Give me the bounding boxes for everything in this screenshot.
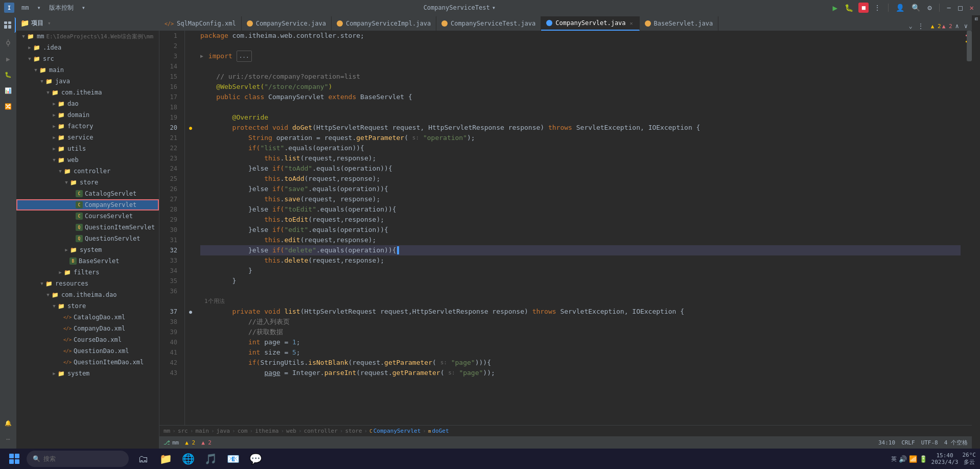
tree-item-question-servlet[interactable]: Q QuestionServlet xyxy=(16,233,159,244)
tree-arrow-filters[interactable] xyxy=(57,269,63,275)
tree-item-idea[interactable]: 📁 .idea xyxy=(16,42,159,53)
taskbar-weather[interactable]: 26°C 多云 xyxy=(963,452,976,466)
menu-mm[interactable]: mm xyxy=(18,3,32,12)
warnings-expand-btn[interactable]: ∧ xyxy=(953,21,961,31)
tree-arrow-domain[interactable] xyxy=(51,112,57,118)
tray-network[interactable]: 📶 xyxy=(909,455,917,463)
tree-item-filters[interactable]: 📁 filters xyxy=(16,267,159,278)
debug-button[interactable]: 🐛 xyxy=(843,3,855,13)
folded-import[interactable]: ... xyxy=(237,51,252,62)
tree-content[interactable]: 📁 mm E:\IdeaProjects\14.Web综合案例\mm 📁 .id… xyxy=(16,31,159,449)
tree-arrow-factory[interactable] xyxy=(51,123,57,129)
tree-item-system[interactable]: 📁 system xyxy=(16,244,159,255)
tree-item-mm[interactable]: 📁 mm E:\IdeaProjects\14.Web综合案例\mm xyxy=(16,31,159,42)
taskbar-app-chat[interactable]: 💬 xyxy=(245,449,266,469)
breadcrumb-mm[interactable]: mm xyxy=(164,428,170,434)
tree-item-factory[interactable]: 📁 factory xyxy=(16,121,159,132)
breadcrumb-doget[interactable]: mdoGet xyxy=(428,428,449,434)
sidebar-git-icon[interactable]: 🔀 xyxy=(1,99,16,114)
taskbar-app-files[interactable]: 🗂 xyxy=(133,449,153,469)
tab-company-servlet[interactable]: CompanyServlet.java ✕ xyxy=(541,16,639,31)
tree-arrow-system-resources[interactable] xyxy=(51,370,57,377)
tab-company-service-impl[interactable]: CompanyServiceImpl.java xyxy=(332,16,436,31)
tab-overflow-btn[interactable]: ⌄ xyxy=(907,21,915,31)
search-icon[interactable]: 🔍 xyxy=(909,3,922,13)
tree-arrow-dao[interactable] xyxy=(51,101,57,107)
sidebar-commit-icon[interactable] xyxy=(1,35,16,51)
tree-arrow-main[interactable] xyxy=(33,67,39,73)
taskbar-datetime[interactable]: 15:40 2023/4/3 xyxy=(931,452,959,465)
tree-arrow-java[interactable] xyxy=(39,78,45,84)
error-indicator[interactable]: ▲ 2 xyxy=(942,23,952,30)
tree-item-catalog-servlet[interactable]: C CatalogServlet xyxy=(16,188,159,199)
tab-base-servlet[interactable]: BaseServlet.java xyxy=(640,16,719,31)
breadcrumb-controller[interactable]: controller xyxy=(304,428,338,434)
sidebar-run-icon[interactable]: ▶ xyxy=(1,51,16,66)
tree-arrow-store[interactable] xyxy=(63,179,69,185)
tree-item-question-item-dao-xml[interactable]: </> QuestionItemDao.xml xyxy=(16,357,159,368)
tree-arrow-com-itheima[interactable] xyxy=(45,89,51,96)
tree-arrow-mm[interactable] xyxy=(20,33,27,39)
menu-version-control[interactable]: 版本控制 xyxy=(46,3,77,13)
taskbar-app-mail[interactable]: 📧 xyxy=(223,449,243,469)
sidebar-notifications-icon[interactable]: 🔔 xyxy=(1,415,16,431)
panel-dropdown[interactable]: ▾ xyxy=(48,20,51,27)
maximize-button[interactable]: □ xyxy=(956,3,964,13)
status-warnings[interactable]: ▲ 2 xyxy=(185,439,195,446)
tree-item-service[interactable]: 📁 service xyxy=(16,132,159,143)
breadcrumb-itheima[interactable]: itheima xyxy=(255,428,278,434)
tree-arrow-web[interactable] xyxy=(51,157,57,163)
scrollbar-thumb[interactable] xyxy=(967,31,972,61)
tab-company-service-test[interactable]: CompanyServiceTest.java xyxy=(436,16,541,31)
tree-arrow-src[interactable] xyxy=(27,56,33,62)
tree-arrow-system[interactable] xyxy=(63,247,69,253)
tree-item-catalog-dao-xml[interactable]: </> CatalogDao.xml xyxy=(16,312,159,323)
tree-item-web[interactable]: 📁 web xyxy=(16,154,159,166)
tree-arrow-store-resources[interactable] xyxy=(51,303,57,309)
tree-arrow-idea[interactable] xyxy=(27,44,33,51)
breadcrumb-main[interactable]: main xyxy=(195,428,209,434)
code-editor[interactable]: package com.itheima.web.controller.store… xyxy=(196,31,965,425)
tree-item-course-servlet[interactable]: C CourseServlet xyxy=(16,210,159,222)
taskbar-search[interactable]: 🔍 搜索 xyxy=(27,451,129,467)
tree-item-store[interactable]: 📁 store xyxy=(16,177,159,188)
run-button[interactable]: ▶ xyxy=(831,2,840,14)
tree-item-base-servlet[interactable]: B BaseServlet xyxy=(16,255,159,267)
tray-battery[interactable]: 🔋 xyxy=(919,455,927,463)
profile-icon[interactable]: 👤 xyxy=(894,3,906,13)
tree-item-system-resources[interactable]: 📁 system xyxy=(16,368,159,379)
more-button[interactable]: ⋮ xyxy=(872,3,883,13)
taskbar-app-edge[interactable]: 🌐 xyxy=(178,449,198,469)
status-errors[interactable]: ▲ 2 xyxy=(201,439,212,446)
breadcrumb-java[interactable]: java xyxy=(217,428,230,434)
tree-arrow-utils[interactable] xyxy=(51,146,57,152)
taskbar-app-folder[interactable]: 📁 xyxy=(155,449,176,469)
sidebar-debug-icon[interactable]: 🐛 xyxy=(1,67,16,82)
tree-item-controller[interactable]: 📁 controller xyxy=(16,166,159,177)
tree-arrow-com-itheima-dao[interactable] xyxy=(45,292,51,298)
tree-item-com-itheima[interactable]: 📁 com.itheima xyxy=(16,87,159,98)
tree-item-company-dao-xml[interactable]: </> CompanyDao.xml xyxy=(16,323,159,334)
tree-item-java[interactable]: 📁 java xyxy=(16,76,159,87)
tab-company-service[interactable]: CompanyService.java xyxy=(242,16,332,31)
tree-item-course-dao-xml[interactable]: </> CourseDao.xml xyxy=(16,334,159,345)
tree-item-com-itheima-dao[interactable]: 📁 com.itheima.dao xyxy=(16,289,159,300)
tree-arrow-service[interactable] xyxy=(51,134,57,140)
breadcrumb-company-servlet[interactable]: CCompanyServlet xyxy=(369,428,421,434)
tree-item-dao[interactable]: 📁 dao xyxy=(16,98,159,109)
tree-arrow-resources[interactable] xyxy=(39,280,45,287)
tree-item-utils[interactable]: 📁 utils xyxy=(16,143,159,154)
minimize-button[interactable]: − xyxy=(945,3,953,13)
stop-button[interactable]: ■ xyxy=(858,3,869,13)
breadcrumb-com[interactable]: com xyxy=(238,428,248,434)
warnings-more-btn[interactable]: ∨ xyxy=(962,21,970,31)
tree-arrow-controller[interactable] xyxy=(57,168,63,174)
close-button[interactable]: ✕ xyxy=(968,3,976,13)
fold-icon-3[interactable]: ▶ xyxy=(200,51,203,61)
tray-kb[interactable]: 英 xyxy=(891,455,897,463)
breadcrumb-src[interactable]: src xyxy=(178,428,188,434)
start-button[interactable] xyxy=(4,449,25,469)
menu-dropdown-mm[interactable]: ▾ xyxy=(34,3,43,12)
menu-bar[interactable]: mm ▾ 版本控制 ▾ xyxy=(18,3,88,13)
tree-item-company-servlet[interactable]: C CompanyServlet xyxy=(16,199,159,210)
